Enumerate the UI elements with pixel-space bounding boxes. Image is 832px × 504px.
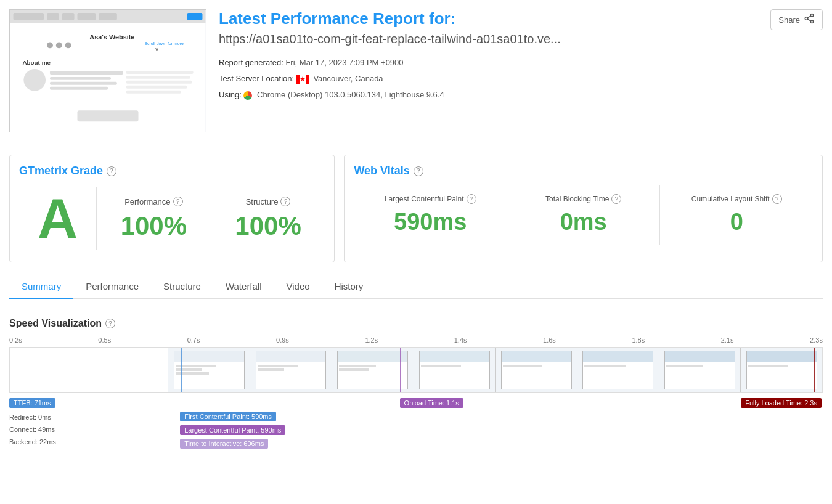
svg-text:Scroll down for more: Scroll down for more bbox=[144, 41, 184, 46]
svg-rect-25 bbox=[126, 91, 181, 94]
svg-rect-6 bbox=[99, 13, 117, 20]
svg-point-32 bbox=[805, 17, 808, 20]
structure-value: 100% bbox=[235, 211, 301, 241]
svg-rect-21 bbox=[126, 71, 194, 74]
svg-rect-5 bbox=[78, 13, 96, 20]
grade-letter: A bbox=[19, 185, 96, 253]
svg-rect-29 bbox=[306, 75, 309, 84]
svg-line-34 bbox=[807, 19, 810, 21]
chrome-icon bbox=[243, 91, 252, 100]
speed-viz-help-icon[interactable]: ? bbox=[105, 319, 115, 328]
tab-summary[interactable]: Summary bbox=[9, 275, 73, 299]
svg-rect-23 bbox=[126, 81, 192, 84]
tti-label: Time to Interactive: 606ms bbox=[180, 439, 268, 449]
svg-text:v: v bbox=[155, 46, 158, 52]
structure-label: Structure ? bbox=[246, 197, 291, 206]
timeline-ruler: 0.2s 0.5s 0.7s 0.9s 1.2s 1.4s 1.6s 1.8s … bbox=[9, 336, 823, 347]
svg-rect-24 bbox=[126, 86, 187, 89]
timeline-screenshots bbox=[9, 347, 823, 393]
report-url: https://a01sa01to-com-git-feat-replace-t… bbox=[219, 32, 561, 46]
vitals-content: Largest Contentful Paint ? 590ms Total B… bbox=[354, 185, 813, 245]
cls-value: 0 bbox=[730, 209, 743, 235]
report-meta: Report generated: Fri, Mar 17, 2023 7:09… bbox=[219, 55, 561, 103]
onload-label: Onload Time: 1.1s bbox=[400, 398, 463, 408]
svg-text:Asa's Website: Asa's Website bbox=[89, 33, 134, 41]
svg-point-10 bbox=[47, 42, 53, 48]
share-label: Share bbox=[778, 15, 800, 25]
lcp-value: 590ms bbox=[394, 209, 467, 235]
grades-section: GTmetrix Grade ? A Performance ? 100% bbox=[9, 155, 823, 262]
tbt-label: Total Blocking Time ? bbox=[545, 194, 621, 204]
cls-vital: Cumulative Layout Shift ? 0 bbox=[660, 185, 813, 245]
svg-rect-20 bbox=[50, 87, 108, 90]
lcp-vital: Largest Contentful Paint ? 590ms bbox=[354, 185, 507, 245]
gtmetrix-grade-card: GTmetrix Grade ? A Performance ? 100% bbox=[9, 155, 335, 262]
svg-point-11 bbox=[56, 42, 62, 48]
test-server-label: Test Server Location: bbox=[219, 74, 294, 83]
tbt-value: 0ms bbox=[560, 209, 607, 235]
performance-metric: Performance ? 100% bbox=[97, 187, 211, 250]
tab-waterfall[interactable]: Waterfall bbox=[213, 275, 274, 299]
timing-details: Redirect: 0ms Connect: 49ms Backend: 22m… bbox=[9, 412, 56, 448]
using-label: Using: bbox=[219, 90, 242, 99]
canada-flag-icon bbox=[296, 75, 309, 84]
lcp-help-icon[interactable]: ? bbox=[467, 194, 476, 204]
share-icon bbox=[804, 13, 815, 26]
svg-point-16 bbox=[23, 69, 46, 91]
fully-loaded-label: Fully Loaded Time: 2.3s bbox=[741, 398, 822, 408]
cls-label: Cumulative Layout Shift ? bbox=[691, 194, 782, 204]
grade-metrics: Performance ? 100% Structure ? 100% bbox=[96, 187, 325, 250]
lcp-bar-label: Largest Contentful Paint: 590ms bbox=[180, 425, 285, 435]
report-title: Latest Performance Report for: bbox=[219, 9, 561, 28]
svg-point-33 bbox=[810, 20, 814, 23]
svg-rect-7 bbox=[187, 13, 203, 20]
tab-history[interactable]: History bbox=[322, 275, 376, 299]
share-button[interactable]: Share bbox=[770, 9, 823, 30]
grade-content: A Performance ? 100% Structure ? bbox=[19, 185, 325, 253]
svg-rect-2 bbox=[14, 13, 44, 20]
tbt-help-icon[interactable]: ? bbox=[611, 194, 621, 204]
structure-metric: Structure ? 100% bbox=[211, 187, 325, 250]
tbt-vital: Total Blocking Time ? 0ms bbox=[507, 185, 661, 245]
web-vitals-title: Web Vitals ? bbox=[354, 165, 813, 177]
report-generated-value: Fri, Mar 17, 2023 7:09 PM +0900 bbox=[285, 58, 403, 67]
svg-rect-4 bbox=[62, 13, 75, 20]
svg-point-12 bbox=[65, 42, 71, 48]
tab-performance[interactable]: Performance bbox=[73, 275, 151, 299]
performance-label: Performance ? bbox=[124, 197, 182, 206]
structure-help-icon[interactable]: ? bbox=[280, 197, 290, 206]
performance-help-icon[interactable]: ? bbox=[173, 197, 183, 206]
tab-structure[interactable]: Structure bbox=[151, 275, 213, 299]
svg-rect-17 bbox=[50, 71, 123, 75]
speed-viz-title: Speed Visualization ? bbox=[9, 318, 823, 329]
svg-rect-22 bbox=[126, 76, 190, 79]
web-vitals-card: Web Vitals ? Largest Contentful Paint ? … bbox=[344, 155, 823, 262]
using-value: Chrome (Desktop) 103.0.5060.134, Lightho… bbox=[257, 90, 444, 99]
svg-rect-18 bbox=[50, 77, 111, 80]
report-generated-label: Report generated: bbox=[219, 58, 283, 67]
lcp-label: Largest Contentful Paint ? bbox=[385, 194, 476, 204]
speed-visualization-section: Speed Visualization ? 0.2s 0.5s 0.7s 0.9… bbox=[9, 312, 823, 472]
tabs: Summary Performance Structure Waterfall … bbox=[9, 275, 823, 299]
web-vitals-help-icon[interactable]: ? bbox=[414, 166, 423, 176]
svg-rect-3 bbox=[47, 13, 59, 20]
test-server-value: Vancouver, Canada bbox=[313, 74, 383, 83]
cls-help-icon[interactable]: ? bbox=[772, 194, 782, 204]
svg-rect-26 bbox=[78, 110, 139, 121]
tab-video[interactable]: Video bbox=[274, 275, 322, 299]
metric-labels: TTFB: 71ms First Contentful Paint: 590ms… bbox=[9, 398, 823, 466]
svg-rect-27 bbox=[296, 75, 300, 84]
gtmetrix-help-icon[interactable]: ? bbox=[107, 166, 116, 176]
svg-line-35 bbox=[807, 16, 810, 18]
svg-rect-19 bbox=[50, 82, 117, 85]
svg-point-31 bbox=[810, 14, 814, 17]
svg-text:About me: About me bbox=[22, 59, 51, 66]
gtmetrix-title: GTmetrix Grade ? bbox=[19, 165, 325, 177]
performance-value: 100% bbox=[121, 211, 187, 241]
fcp-label: First Contentful Paint: 590ms bbox=[180, 412, 276, 421]
ttfb-label: TTFB: 71ms bbox=[9, 398, 55, 408]
header-info: Latest Performance Report for: https://a… bbox=[219, 9, 561, 103]
site-screenshot: Asa's Website Scroll down for more v Abo… bbox=[9, 9, 206, 132]
